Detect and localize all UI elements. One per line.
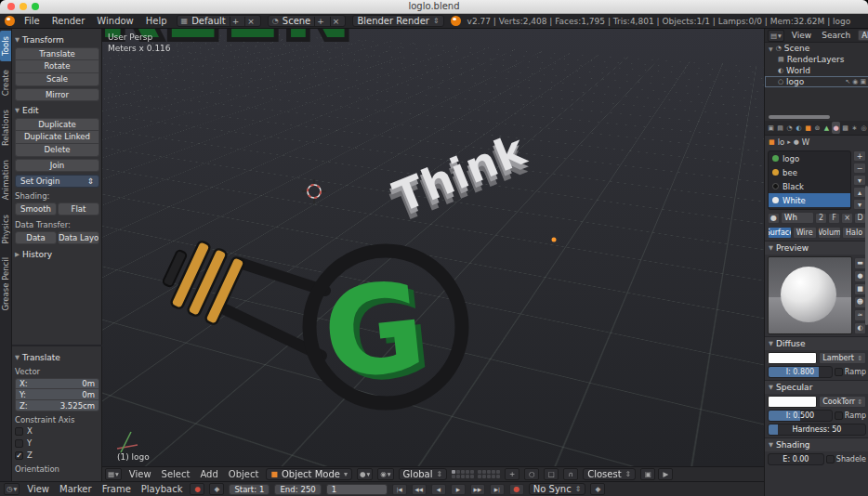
layer-cell[interactable] bbox=[492, 470, 495, 474]
end-frame-field[interactable]: End: 250 bbox=[274, 484, 321, 495]
menu-view[interactable]: View bbox=[126, 469, 154, 479]
menu-marker[interactable]: Marker bbox=[57, 484, 95, 494]
shading-panel-header[interactable]: ▼ Shading bbox=[765, 438, 868, 451]
constraint-x-checkbox[interactable] bbox=[15, 427, 23, 436]
specular-color-swatch[interactable] bbox=[768, 396, 817, 408]
restrict-render-icon[interactable]: ▣ bbox=[860, 78, 866, 85]
type-wire-button[interactable]: Wire bbox=[793, 227, 817, 239]
editor-type-button[interactable]: ▦ ▾ bbox=[105, 468, 122, 480]
material-users-button[interactable]: 2 bbox=[815, 213, 827, 224]
viewport-shading-button[interactable]: ● ▾ bbox=[357, 468, 373, 480]
material-slot-bee[interactable]: bee bbox=[769, 165, 850, 179]
layer-cell[interactable] bbox=[487, 475, 491, 478]
tab-animation[interactable]: Animation bbox=[0, 154, 11, 205]
diffuse-ramp-checkbox[interactable] bbox=[835, 368, 843, 376]
tab-render-layers-icon[interactable]: ▤ bbox=[776, 122, 784, 134]
layer-cell[interactable] bbox=[482, 475, 486, 478]
type-volume-button[interactable]: Volum bbox=[818, 227, 842, 239]
layer-cell[interactable] bbox=[496, 475, 500, 478]
specular-ramp-checkbox[interactable] bbox=[835, 411, 843, 420]
tab-modifiers-icon[interactable]: ⊚ bbox=[813, 122, 822, 134]
3d-viewport[interactable]: G G REEN REEN REEN Think Think Think bbox=[102, 29, 764, 466]
object-origin-dot[interactable] bbox=[552, 238, 557, 242]
delete-button[interactable]: Delete bbox=[15, 144, 99, 157]
material-slot-white[interactable]: White bbox=[769, 193, 850, 207]
menu-view-outliner[interactable]: View bbox=[789, 31, 814, 40]
menu-playback[interactable]: Playback bbox=[138, 484, 186, 494]
specular-shader-select[interactable]: CookTorr ⇕ bbox=[819, 396, 866, 408]
menu-view-timeline[interactable]: View bbox=[24, 484, 52, 494]
shade-smooth-button[interactable]: Smooth bbox=[15, 202, 57, 215]
translate-button[interactable]: Translate bbox=[15, 47, 99, 60]
layer-cell[interactable] bbox=[470, 475, 474, 478]
tab-physics-icon[interactable]: ◎ bbox=[860, 122, 868, 134]
layer-cell[interactable] bbox=[466, 470, 469, 474]
timeline-editor-type-button[interactable]: ◷ ▾ bbox=[4, 483, 20, 495]
tab-scene-icon[interactable]: ◔ bbox=[785, 122, 794, 134]
tab-render-icon[interactable]: ▣ bbox=[767, 122, 775, 134]
tab-create[interactable]: Create bbox=[0, 64, 11, 101]
material-name-field[interactable]: Wh bbox=[781, 212, 814, 224]
outliner-row-scene[interactable]: ▼ ◔ Scene bbox=[765, 43, 868, 54]
data-layout-transfer-button[interactable]: Data Layo bbox=[58, 231, 99, 244]
render-engine-select[interactable]: Blender Render ⇕ bbox=[352, 15, 443, 27]
preview-panel-header[interactable]: ▼ Preview bbox=[765, 241, 868, 255]
layer-cell[interactable] bbox=[470, 470, 474, 474]
move-slot-down-button[interactable]: ▾ bbox=[853, 199, 866, 210]
menu-render[interactable]: Render bbox=[49, 16, 88, 26]
blender-logo-icon[interactable] bbox=[5, 16, 15, 26]
join-button[interactable]: Join bbox=[15, 159, 99, 172]
logo-text-think[interactable]: Think Think Think bbox=[382, 124, 536, 232]
transform-orientation-select[interactable]: Global ⇕ bbox=[399, 468, 448, 480]
scene-browse-icon[interactable]: ◔ bbox=[272, 17, 279, 25]
outliner-row-renderlayers[interactable]: ▤ RenderLayers bbox=[765, 54, 868, 65]
panel-header-edit[interactable]: ▼ Edit bbox=[15, 104, 99, 116]
logo-letter-g[interactable]: G G bbox=[317, 254, 438, 412]
screen-layout-selector[interactable]: ▦ Default + × bbox=[177, 15, 261, 27]
3d-cursor[interactable] bbox=[302, 179, 326, 203]
tab-texture-icon[interactable]: ▩ bbox=[841, 122, 849, 134]
scale-button[interactable]: Scale bbox=[15, 73, 99, 86]
tab-tools[interactable]: Tools bbox=[0, 31, 11, 61]
layer-cell[interactable] bbox=[482, 470, 486, 474]
tab-world-icon[interactable]: ◐ bbox=[795, 122, 803, 134]
diffuse-panel-header[interactable]: ▼ Diffuse bbox=[765, 337, 868, 350]
set-origin-menu[interactable]: Set Origin ⇕ bbox=[15, 175, 99, 188]
move-slot-up-button[interactable]: ▴ bbox=[853, 187, 866, 198]
outliner-row-logo[interactable]: ○ logo ↖ ◉ ▣ bbox=[765, 76, 868, 87]
mode-select[interactable]: ■ Object Mode ▾ bbox=[266, 468, 352, 480]
snap-toggle-button[interactable]: ∩ bbox=[563, 468, 578, 480]
record-button[interactable]: ● bbox=[509, 484, 524, 495]
layer-cell[interactable] bbox=[487, 470, 491, 474]
layer-cell[interactable] bbox=[461, 470, 465, 474]
slot-specials-button[interactable]: ▾ bbox=[853, 175, 866, 186]
constraint-z-checkbox[interactable]: ✓ bbox=[15, 451, 23, 460]
start-frame-field[interactable]: Start: 1 bbox=[229, 484, 270, 495]
panel-header-transform[interactable]: ▼ Transform bbox=[15, 33, 99, 46]
shadeless-checkbox[interactable] bbox=[826, 455, 835, 463]
type-surface-button[interactable]: Surface bbox=[768, 227, 792, 239]
layers-widget[interactable] bbox=[452, 470, 500, 478]
add-slot-button[interactable]: + bbox=[853, 150, 866, 162]
specular-panel-header[interactable]: ▼ Specular bbox=[765, 381, 868, 394]
manipulator-rotate-button[interactable]: ○ bbox=[524, 468, 539, 480]
layer-cell[interactable] bbox=[461, 475, 465, 478]
layer-cell[interactable] bbox=[452, 475, 455, 478]
keying-set-button[interactable]: ◆ bbox=[209, 483, 224, 495]
manipulator-scale-button[interactable]: □ bbox=[544, 468, 559, 480]
vector-x-field[interactable]: X: 0m bbox=[15, 378, 99, 389]
layout-browse-icon[interactable]: ▦ bbox=[181, 17, 189, 25]
layer-cell[interactable] bbox=[456, 475, 460, 478]
play-reverse-button[interactable]: ◀ bbox=[431, 484, 446, 495]
diffuse-color-swatch[interactable] bbox=[768, 352, 817, 364]
prev-keyframe-button[interactable]: ◀◀ bbox=[412, 484, 427, 495]
auto-keyframe-button[interactable]: ● bbox=[190, 483, 204, 495]
scene-selector[interactable]: ◔ Scene + × bbox=[268, 15, 347, 27]
manipulator-translate-button[interactable]: + bbox=[505, 468, 519, 480]
layer-cell[interactable] bbox=[496, 470, 500, 474]
layer-cell[interactable] bbox=[492, 475, 495, 478]
type-halo-button[interactable]: Halo bbox=[842, 227, 866, 239]
tab-physics[interactable]: Physics bbox=[0, 209, 11, 249]
layer-cell[interactable] bbox=[456, 470, 460, 474]
duplicate-linked-button[interactable]: Duplicate Linked bbox=[15, 131, 99, 144]
